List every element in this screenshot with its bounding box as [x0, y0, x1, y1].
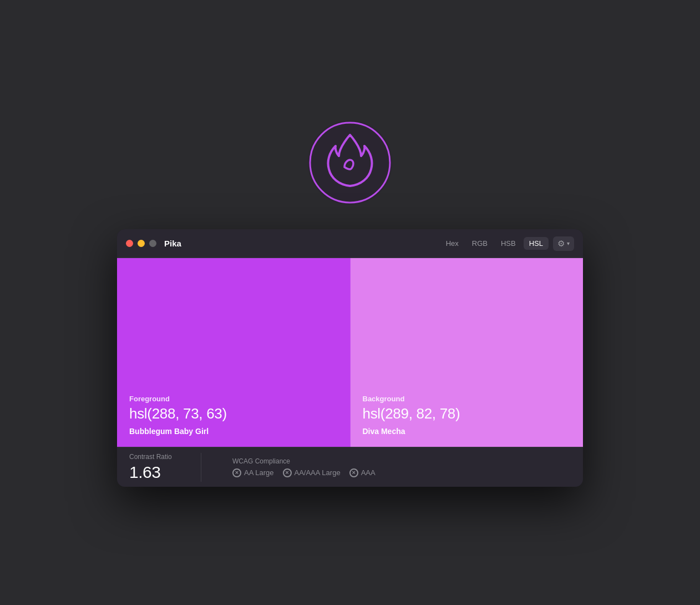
foreground-panel[interactable]: Foreground hsl(288, 73, 63) Bubblegum Ba…	[117, 258, 351, 447]
tab-hsl[interactable]: HSL	[524, 237, 549, 250]
fail-icon-aaa	[349, 468, 358, 477]
background-label: Background	[363, 395, 571, 403]
background-panel[interactable]: Background hsl(289, 82, 78) Diva Mecha	[351, 258, 584, 447]
contrast-value: 1.63	[129, 463, 185, 482]
traffic-lights	[126, 240, 156, 247]
fail-icon-aa-large	[232, 468, 241, 477]
tab-rgb[interactable]: RGB	[466, 237, 493, 250]
badge-label-aa-large: AA Large	[244, 468, 274, 477]
tab-hsb[interactable]: HSB	[495, 237, 521, 250]
wcag-badge-aa-large: AA Large	[232, 468, 274, 477]
bottom-bar: Contrast Ratio 1.63 WCAG Compliance AA L…	[117, 447, 583, 487]
foreground-label: Foreground	[129, 395, 338, 403]
wcag-section: WCAG Compliance AA Large AA/AAA Large AA…	[221, 457, 376, 477]
svg-point-0	[308, 120, 392, 205]
minimize-button[interactable]	[138, 240, 145, 247]
badge-label-aaa: AAA	[361, 468, 376, 477]
tab-hex[interactable]: Hex	[440, 237, 464, 250]
background-name: Diva Mecha	[363, 427, 571, 436]
app-icon	[306, 118, 394, 207]
wcag-badges: AA Large AA/AAA Large AAA	[232, 468, 376, 477]
app-icon-container	[306, 118, 394, 209]
color-panels: Foreground hsl(288, 73, 63) Bubblegum Ba…	[117, 258, 583, 447]
foreground-value: hsl(288, 73, 63)	[129, 405, 338, 422]
wcag-badge-aaa: AAA	[349, 468, 376, 477]
app-window: Pika Hex RGB HSB HSL ⚙ ▾ Foreground hsl(…	[117, 229, 583, 487]
foreground-name: Bubblegum Baby Girl	[129, 427, 338, 436]
titlebar: Pika Hex RGB HSB HSL ⚙ ▾	[117, 229, 583, 258]
contrast-label: Contrast Ratio	[129, 453, 185, 461]
contrast-section: Contrast Ratio 1.63	[129, 453, 201, 482]
wcag-label: WCAG Compliance	[232, 457, 376, 465]
maximize-button[interactable]	[149, 240, 156, 247]
format-tabs: Hex RGB HSB HSL	[440, 237, 549, 250]
close-button[interactable]	[126, 240, 133, 247]
chevron-down-icon: ▾	[567, 240, 570, 246]
window-title: Pika	[164, 239, 440, 248]
wcag-badge-aa-aaa-large: AA/AAA Large	[283, 468, 341, 477]
badge-label-aa-aaa-large: AA/AAA Large	[295, 468, 341, 477]
gear-icon: ⚙	[557, 239, 565, 249]
background-value: hsl(289, 82, 78)	[363, 405, 571, 422]
settings-button[interactable]: ⚙ ▾	[553, 236, 574, 251]
fail-icon-aa-aaa-large	[283, 468, 292, 477]
